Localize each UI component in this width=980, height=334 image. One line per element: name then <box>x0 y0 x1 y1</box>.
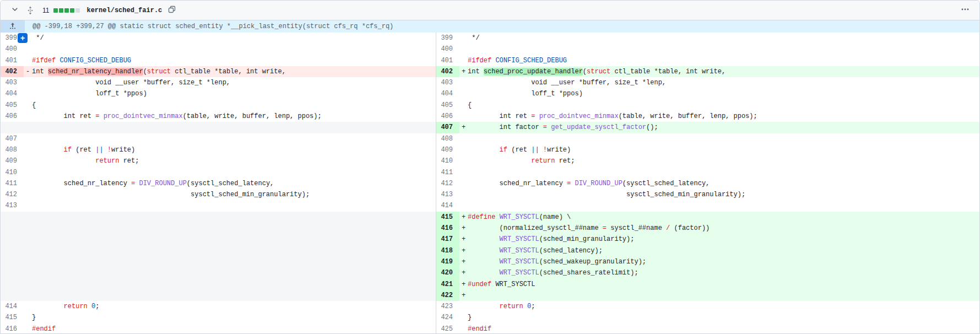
code-token: int <box>32 68 48 76</box>
diff-row: 404 loff_t *ppos) <box>436 88 979 99</box>
line-number[interactable]: 410 <box>436 155 459 166</box>
code-token: DIV_ROUND_UP <box>139 180 186 187</box>
line-number[interactable]: 403 <box>436 77 459 88</box>
code-line: return ret; <box>32 155 436 166</box>
code-token: (ret <box>507 146 531 154</box>
diff-marker <box>459 33 468 44</box>
diff-marker: + <box>459 256 468 267</box>
line-number[interactable]: 415 <box>1 312 24 323</box>
line-number[interactable]: 406 <box>436 111 459 122</box>
line-number[interactable]: 403 <box>1 77 24 88</box>
diff-row: 413 <box>1 200 436 211</box>
code-token: ctl_table *table, int write, <box>610 68 725 76</box>
code-token: proc_dointvec_minmax <box>104 112 183 120</box>
code-token <box>468 258 500 266</box>
line-number[interactable]: 408 <box>436 133 459 144</box>
diff-row: 415} <box>1 312 436 323</box>
line-number[interactable]: 422 <box>436 290 459 301</box>
line-number[interactable]: 411 <box>1 178 24 189</box>
code-token: return <box>500 303 523 310</box>
diff-row: 419+ WRT_SYSCTL(sched_wakeup_granularity… <box>436 256 979 267</box>
drag-move-icon[interactable] <box>25 5 36 16</box>
line-number[interactable]: 401 <box>1 55 24 66</box>
line-number[interactable]: 420 <box>436 267 459 278</box>
code-token: ! <box>107 146 111 154</box>
copy-path-button[interactable] <box>166 4 177 17</box>
code-token <box>99 112 103 120</box>
code-line: return 0; <box>468 301 979 312</box>
hunk-header-row: @@ -399,18 +399,27 @@ static struct sche… <box>1 20 979 33</box>
diff-row: 423 return 0; <box>436 301 979 312</box>
code-token: WRT_SYSCTL <box>500 269 539 277</box>
code-token: ; <box>95 303 99 310</box>
diff-row: 412 sysctl_sched_min_granularity); <box>1 189 436 200</box>
line-number[interactable]: 424 <box>436 312 459 323</box>
line-number[interactable]: 419 <box>436 256 459 267</box>
code-line: #endif <box>468 324 979 334</box>
line-number[interactable]: 404 <box>1 88 24 99</box>
line-number[interactable]: 407 <box>436 122 459 133</box>
line-number[interactable]: 417 <box>436 234 459 245</box>
diff-row: 409 if (ret || !write) <box>436 144 979 155</box>
line-number[interactable]: 410 <box>1 167 24 178</box>
line-number[interactable]: 408 <box>1 144 24 155</box>
diff-marker <box>459 167 468 178</box>
line-number[interactable]: 409 <box>1 155 24 166</box>
diff-filler-row <box>1 290 436 301</box>
expand-up-button[interactable] <box>1 20 25 33</box>
line-number[interactable]: 405 <box>436 100 459 111</box>
line-number[interactable]: 404 <box>436 88 459 99</box>
line-number[interactable]: 409 <box>436 144 459 155</box>
diff-marker: + <box>459 66 468 77</box>
line-number[interactable]: 402 <box>1 66 24 77</box>
line-number[interactable]: 405 <box>1 100 24 111</box>
line-number[interactable]: 401 <box>436 55 459 66</box>
diff-marker <box>24 100 32 111</box>
code-token: sysctl_sched_min_granularity); <box>468 191 745 198</box>
code-line: #define WRT_SYSCTL(name) \ <box>468 212 979 223</box>
add-comment-button[interactable]: + <box>18 33 28 43</box>
diff-filler-row <box>1 267 436 278</box>
diff-row: 425#endif <box>436 324 979 334</box>
line-number[interactable]: 412 <box>436 178 459 189</box>
code-token: } <box>32 314 36 321</box>
line-number[interactable]: 402 <box>436 66 459 77</box>
code-token: (name) \ <box>539 213 571 221</box>
code-line: { <box>468 100 979 111</box>
diff-row: 409 return ret; <box>1 155 436 166</box>
line-number[interactable]: 406 <box>1 111 24 122</box>
diff-marker <box>24 301 32 312</box>
line-number[interactable]: 423 <box>436 301 459 312</box>
line-number[interactable]: 411 <box>436 167 459 178</box>
code-token: sysctl_##name <box>607 224 666 232</box>
file-options-button[interactable] <box>960 4 971 17</box>
line-number[interactable]: 421 <box>436 279 459 290</box>
diff-marker <box>459 111 468 122</box>
line-number[interactable]: 425 <box>436 324 459 334</box>
diffstat-neutral-block <box>75 8 80 13</box>
code-token <box>468 303 500 310</box>
code-line <box>32 133 436 144</box>
line-number[interactable]: 414 <box>436 200 459 211</box>
line-number[interactable]: 415 <box>436 212 459 223</box>
line-number[interactable]: 412 <box>1 189 24 200</box>
code-token: ( <box>583 68 587 76</box>
diff-marker: + <box>459 245 468 256</box>
code-token: { <box>32 101 36 109</box>
collapse-file-button[interactable] <box>9 4 20 17</box>
code-line <box>32 44 436 55</box>
code-token: struct <box>147 68 171 76</box>
line-number[interactable]: 418 <box>436 245 459 256</box>
code-token <box>32 146 64 154</box>
line-number[interactable]: 407 <box>1 133 24 144</box>
line-number[interactable]: 414 <box>1 301 24 312</box>
line-number[interactable]: 399 <box>436 33 459 44</box>
line-number[interactable]: 413 <box>1 200 24 211</box>
line-number[interactable]: 416 <box>436 223 459 234</box>
diff-row: 401#ifdef CONFIG_SCHED_DEBUG <box>1 55 436 66</box>
line-number[interactable]: 416 <box>1 324 24 334</box>
line-number[interactable]: 400 <box>1 44 24 55</box>
code-token: sched_proc_update_handler <box>484 68 583 76</box>
line-number[interactable]: 413 <box>436 189 459 200</box>
line-number[interactable]: 400 <box>436 44 459 55</box>
